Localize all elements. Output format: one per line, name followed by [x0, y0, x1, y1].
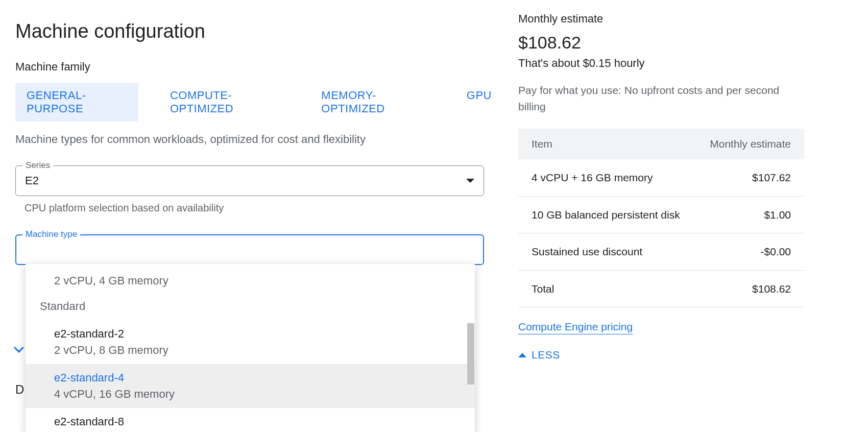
estimate-panel: Monthly estimate $108.62 That's about $0…	[518, 10, 804, 361]
cost-row-total: Total $108.62	[518, 270, 804, 307]
dropdown-option-partial[interactable]: 2 vCPU, 4 GB memory	[26, 268, 475, 293]
scrollbar-thumb[interactable]	[467, 323, 474, 385]
machine-type-select-wrapper: Machine type 2 vCPU, 4 GB memory Standar…	[15, 234, 503, 265]
tab-memory-optimized[interactable]: MEMORY-OPTIMIZED	[310, 83, 435, 122]
option-name: e2-standard-8	[54, 415, 461, 428]
series-select-wrapper: Series E2	[15, 165, 503, 196]
less-toggle[interactable]: LESS	[518, 349, 804, 361]
total-label: Total	[518, 270, 695, 307]
cost-value: $107.62	[695, 159, 804, 196]
tab-gpu[interactable]: GPU	[455, 83, 503, 122]
option-desc: 2 vCPU, 8 GB memory	[54, 344, 461, 357]
cost-table: Item Monthly estimate 4 vCPU + 16 GB mem…	[518, 129, 804, 307]
chevron-up-icon	[518, 353, 526, 357]
dropdown-group-standard: Standard	[26, 293, 475, 320]
machine-config-panel: Machine configuration Machine family GEN…	[15, 10, 503, 361]
option-desc: 4 vCPU, 16 GB memory	[54, 388, 461, 401]
series-value: E2	[25, 174, 39, 187]
partial-heading-letter: D	[15, 382, 24, 397]
dropdown-caret-icon	[466, 179, 474, 183]
series-label: Series	[22, 160, 53, 171]
machine-type-dropdown: 2 vCPU, 4 GB memory Standard e2-standard…	[26, 264, 475, 432]
col-item: Item	[518, 129, 695, 159]
cost-item: 4 vCPU + 16 GB memory	[518, 159, 695, 196]
page-title: Machine configuration	[15, 20, 503, 42]
option-name: e2-standard-2	[54, 327, 461, 341]
col-monthly: Monthly estimate	[695, 129, 804, 159]
cost-row: 4 vCPU + 16 GB memory $107.62	[518, 159, 804, 196]
pricing-link[interactable]: Compute Engine pricing	[518, 321, 633, 334]
series-select[interactable]: E2	[15, 165, 484, 196]
estimate-billing-note: Pay for what you use: No upfront costs a…	[518, 82, 804, 114]
option-name: e2-standard-4	[54, 371, 461, 385]
cost-row: 10 GB balanced persistent disk $1.00	[518, 196, 804, 233]
estimate-price: $108.62	[518, 33, 804, 53]
option-desc: 2 vCPU, 4 GB memory	[54, 274, 461, 287]
machine-type-select[interactable]	[15, 234, 484, 265]
dropdown-option-e2-standard-8[interactable]: e2-standard-8	[26, 408, 475, 432]
series-helper: CPU platform selection based on availabi…	[25, 202, 503, 214]
dropdown-option-e2-standard-4[interactable]: e2-standard-4 4 vCPU, 16 GB memory	[26, 364, 475, 408]
tab-general-purpose[interactable]: GENERAL-PURPOSE	[15, 83, 138, 122]
cost-value: $1.00	[695, 196, 804, 233]
estimate-title: Monthly estimate	[518, 12, 804, 26]
expand-chevron-icon[interactable]	[15, 344, 22, 353]
tab-compute-optimized[interactable]: COMPUTE-OPTIMIZED	[159, 83, 290, 122]
cost-item: Sustained use discount	[518, 233, 695, 271]
family-tabs: GENERAL-PURPOSE COMPUTE-OPTIMIZED MEMORY…	[15, 83, 503, 122]
family-description: Machine types for common workloads, opti…	[15, 133, 503, 146]
cost-value: -$0.00	[695, 233, 804, 271]
cost-row: Sustained use discount -$0.00	[518, 233, 804, 271]
dropdown-option-e2-standard-2[interactable]: e2-standard-2 2 vCPU, 8 GB memory	[26, 320, 475, 364]
cost-item: 10 GB balanced persistent disk	[518, 196, 695, 233]
machine-family-label: Machine family	[15, 60, 503, 74]
estimate-hourly: That's about $0.15 hourly	[518, 57, 804, 70]
machine-type-label: Machine type	[22, 229, 80, 239]
total-value: $108.62	[695, 270, 804, 307]
less-label: LESS	[532, 349, 560, 361]
